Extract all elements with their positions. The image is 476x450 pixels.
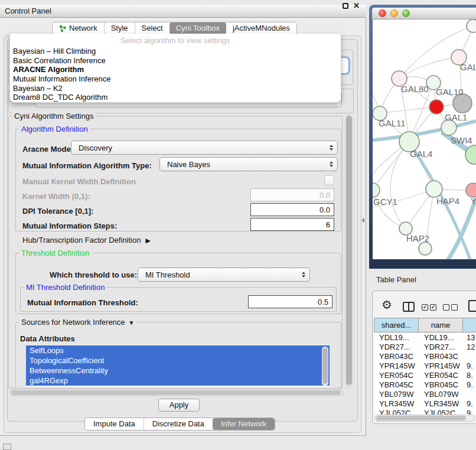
combo-spinner-icon: [330, 161, 333, 167]
table-cell: YLR345W: [374, 399, 419, 409]
table-cell: 12: [464, 343, 476, 352]
export-table-icon[interactable]: [468, 300, 476, 312]
dpi-tolerance-field[interactable]: 0.0: [250, 203, 334, 216]
table-cell: [464, 352, 476, 361]
tab-style[interactable]: Style: [104, 22, 135, 34]
unchecked-box-icon: [443, 304, 449, 311]
which-threshold-value: MI Threshold: [145, 270, 190, 279]
window-minimize-button[interactable]: [390, 9, 398, 17]
tab-impute-data[interactable]: Impute Data: [85, 418, 144, 430]
attribute-item[interactable]: gal4RGexp: [26, 376, 330, 386]
table-cell: YPR145W: [374, 361, 419, 371]
column-header-2[interactable]: name: [418, 318, 463, 332]
table-row[interactable]: YBL079WYBL079W: [374, 390, 476, 399]
which-threshold-label: Which threshold to use:: [50, 270, 137, 279]
table-cell: YJL052C: [374, 409, 419, 415]
node-label-GAL7: GAL7: [460, 62, 476, 72]
table-row[interactable]: YDL19...YDL19...13: [374, 333, 476, 343]
close-panel-icon[interactable]: ✕: [353, 1, 360, 10]
scrollbar-thumb[interactable]: [376, 416, 466, 420]
sources-group-title[interactable]: Sources for Network Inference▼: [19, 318, 136, 327]
mi-threshold-field[interactable]: 0.5: [248, 295, 332, 308]
network-canvas[interactable]: GAL7GAL80GAL10GAL1GAL11SWI4GAL4GCY1HAP4Y…: [373, 19, 476, 259]
node-node-top[interactable]: [467, 19, 476, 32]
algorithm-option[interactable]: Dream8 DC_TDC Algorithm: [10, 93, 341, 102]
algorithm-option[interactable]: Bayesian – Hill Climbing: [10, 47, 341, 56]
node-label-GAL11: GAL11: [379, 118, 406, 128]
tab-label: Cyni Toolbox: [176, 22, 220, 34]
tab-jactivemnodules[interactable]: jActiveMNodules: [226, 22, 296, 34]
panel-divider-collapse-icon[interactable]: [361, 218, 364, 223]
unchecked-box-icon: [451, 304, 458, 311]
mi-type-label: Mutual Information Algorithm Type:: [22, 161, 152, 170]
kernel-width-field[interactable]: 0.0: [250, 188, 334, 201]
column-header-1[interactable]: shared...: [374, 318, 419, 332]
settings-vertical-scrollbar[interactable]: [345, 114, 353, 389]
network-edge[interactable]: [390, 142, 409, 229]
scrollbar-thumb[interactable]: [346, 116, 352, 385]
algorithm-option[interactable]: Bayesian – K2: [10, 84, 341, 93]
algorithm-option[interactable]: Basic Correlation Inference: [10, 56, 341, 66]
table-row[interactable]: YBR043CYBR043C: [374, 352, 476, 361]
columns-icon[interactable]: [403, 302, 415, 312]
table-row[interactable]: YER054CYER054C8.: [374, 371, 476, 380]
float-window-icon[interactable]: [343, 3, 348, 9]
table-cell: YLR345W: [419, 399, 464, 409]
column-header-3[interactable]: A: [462, 318, 476, 332]
node-HAP4[interactable]: [426, 181, 442, 197]
settings-horizontal-scrollbar[interactable]: [9, 389, 344, 396]
node-node-b[interactable]: [419, 242, 432, 255]
node-node-pink[interactable]: [466, 183, 476, 197]
table-row[interactable]: YDR27...YDR27...12: [374, 343, 476, 352]
tab-infer-network[interactable]: Infer Network: [213, 418, 275, 430]
node-label-GAL1: GAL1: [445, 112, 467, 122]
table-cell: 8.: [464, 371, 476, 380]
table-row[interactable]: YJL052CYJL052C9: [374, 409, 476, 415]
tab-discretize-data[interactable]: Discretize Data: [144, 418, 213, 430]
table-row[interactable]: YPR145WYPR145W9.: [374, 361, 476, 371]
node-label-GAL4: GAL4: [410, 149, 432, 159]
attribute-item[interactable]: SelfLoops: [26, 345, 330, 356]
deselect-all-columns-icon[interactable]: [443, 304, 458, 311]
algorithm-option[interactable]: ARACNE Algorithm: [10, 65, 341, 74]
manual-kernel-checkbox[interactable]: [324, 175, 334, 185]
algorithm-dropdown-placeholder: Select algorithm to view settings: [10, 35, 341, 47]
table-row[interactable]: YLR345WYLR345W9.: [374, 399, 476, 409]
table-cell: YPR145W: [419, 361, 464, 371]
table-cell: YDR27...: [374, 343, 419, 352]
scrollbar-thumb[interactable]: [11, 390, 341, 395]
control-panel-tab-bar: NetworkStyleSelectCyni ToolboxjActiveMNo…: [52, 22, 297, 35]
tab-network[interactable]: Network: [53, 22, 104, 34]
aracne-mode-combo[interactable]: Discovery: [71, 141, 338, 155]
network-window-titlebar: [372, 8, 476, 19]
algorithm-option[interactable]: Mutual Information Inference: [10, 74, 341, 84]
window-zoom-button[interactable]: [402, 9, 410, 17]
attribute-item[interactable]: TopologicalCoefficient: [26, 356, 330, 366]
node-GAL1[interactable]: [429, 100, 444, 114]
table-horizontal-scrollbar[interactable]: [374, 415, 475, 422]
tab-select[interactable]: Select: [135, 22, 169, 34]
mi-steps-field[interactable]: 6: [250, 218, 334, 231]
which-threshold-combo[interactable]: MI Threshold: [138, 268, 310, 282]
network-edge[interactable]: [380, 107, 436, 113]
hub-section-toggle[interactable]: Hub/Transcription Factor Definition▶: [22, 236, 151, 244]
table-cell: YBR045C: [419, 380, 464, 390]
table-cell: 9.: [464, 399, 476, 409]
network-edge[interactable]: [447, 198, 476, 259]
mi-threshold-group-title: MI Threshold Definition: [24, 283, 107, 292]
attribute-item[interactable]: BetweennessCentrality: [26, 366, 330, 376]
cyni-bottom-tab-bar: Impute DataDiscretize DataInfer Network: [84, 418, 275, 431]
tab-cyni-toolbox[interactable]: Cyni Toolbox: [169, 22, 226, 34]
table-row[interactable]: YBR045CYBR045C9.: [374, 380, 476, 390]
scrollbar-thumb[interactable]: [322, 348, 328, 384]
mi-type-combo[interactable]: Naive Bayes: [159, 157, 338, 171]
select-all-columns-icon[interactable]: ✓✓: [422, 304, 436, 311]
gear-icon[interactable]: ⚙: [382, 298, 392, 311]
node-GCY1[interactable]: [373, 183, 380, 197]
control-panel-titlebar: Control Panel: [0, 5, 366, 18]
dock-panel-icon[interactable]: [3, 444, 11, 450]
attributes-list-scrollbar[interactable]: [322, 347, 328, 386]
window-close-button[interactable]: [379, 9, 386, 17]
mi-type-value: Naive Bayes: [167, 160, 210, 169]
apply-button[interactable]: Apply: [158, 399, 200, 412]
